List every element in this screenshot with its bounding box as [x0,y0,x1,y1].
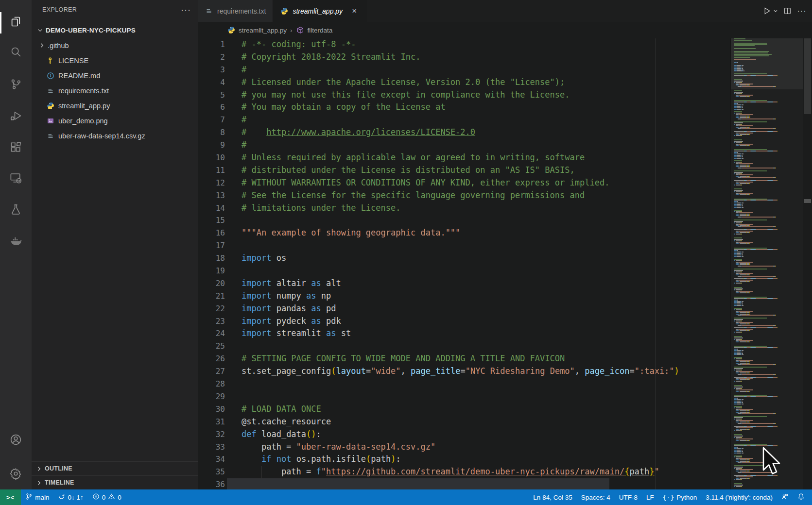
activity-bar [0,0,32,489]
minimap-viewport[interactable] [731,38,803,89]
line-content: # WITHOUT WARRANTIES OR CONDITIONS OF AN… [242,177,609,189]
line-number: 32 [198,428,225,441]
activity-accounts-icon[interactable] [0,427,32,452]
breadcrumb-file[interactable]: streamlit_app.py [239,27,287,34]
line-number: 12 [198,177,225,189]
status-label: 0↓ 1↑ [68,494,83,501]
breadcrumb-symbol[interactable]: filterdata [308,27,333,34]
activity-extensions-icon[interactable] [0,135,32,160]
activity-explorer-icon[interactable] [0,9,32,34]
section-timeline[interactable]: TIMELINE [32,475,198,489]
run-dropdown-chevron-icon[interactable] [772,5,779,17]
line-content: # You may obtain a copy of the License a… [242,101,446,114]
tree-file-streamlit-app-py[interactable]: streamlit_app.py [32,98,198,113]
code-line: 24import streamlit as st [198,327,732,340]
line-number: 11 [198,164,225,177]
line-content: # [242,139,246,152]
tab-streamlit-app-py[interactable]: streamlit_app.py× [273,0,366,22]
explorer-sidebar: EXPLORER ··· DEMO-UBER-NYC-PICKUPS .gith… [32,0,198,489]
line-content: # -*- coding: utf-8 -*- [242,38,356,51]
line-content: import altair as alt [242,277,341,290]
line-content: # limitations under the License. [242,202,401,215]
chevron-down-icon [35,26,44,35]
status-git-branch[interactable]: main [21,489,53,505]
tree-file-uber-demo-png[interactable]: uber_demo.png [32,113,198,128]
chevron-right-icon [35,478,43,487]
activity-testing-icon[interactable] [0,197,32,222]
tree-file-readme-md[interactable]: README.md [32,68,198,83]
tree-file-requirements-txt[interactable]: requirements.txt [32,83,198,98]
line-content: import pydeck as pdk [242,315,341,328]
line-content: # [242,64,246,76]
symbol-cube-icon [296,26,305,34]
line-number: 17 [198,239,225,252]
sync-icon [58,493,65,502]
explorer-more-actions-icon[interactable]: ··· [181,7,191,12]
python-file-icon [46,101,55,110]
status-label: 0 [102,494,106,501]
code-line: 23import pydeck as pdk [198,315,732,328]
status-indentation[interactable]: Spaces: 4 [577,489,615,505]
line-content: # http://www.apache.org/licenses/LICENSE… [242,126,475,139]
code-line: 32def load_data(): [198,428,732,441]
braces-icon: { }· [663,494,674,501]
file-label: .github [48,42,69,50]
code-editor[interactable]: 1# -*- coding: utf-8 -*-2# Copyright 201… [198,38,812,489]
file-label: LICENSE [58,57,88,65]
status-problems[interactable]: 00 [88,489,126,505]
code-line: 27st.set_page_config(layout="wide", page… [198,365,732,378]
tab-requirements-txt[interactable]: requirements.txt [198,0,273,22]
status-git-sync[interactable]: 0↓ 1↑ [53,489,87,505]
status-eol[interactable]: LF [642,489,658,505]
line-number: 20 [198,277,225,290]
minimap[interactable] [730,38,803,489]
tree-root-folder[interactable]: DEMO-UBER-NYC-PICKUPS [32,23,198,38]
status-bar: >< main0↓ 1↑00 Ln 84, Col 35Spaces: 4UTF… [0,489,812,505]
code-line: 36 [198,478,732,489]
tree-folder--github[interactable]: .github [32,38,198,53]
run-button[interactable] [760,5,773,17]
split-editor-button[interactable] [781,5,794,17]
status-cursor-position[interactable]: Ln 84, Col 35 [529,489,576,505]
remote-indicator[interactable]: >< [0,489,21,505]
code-line: 18import os [198,252,732,265]
activity-search-icon[interactable] [0,39,32,64]
editor-scrollbar[interactable] [803,38,812,489]
line-number: 34 [198,453,225,466]
section-label: OUTLINE [45,465,72,472]
activity-source-control-icon[interactable] [0,71,32,97]
text-file-icon [205,7,213,16]
status-encoding[interactable]: UTF-8 [615,489,642,505]
python-file-icon [227,26,236,34]
activity-docker-icon[interactable] [0,228,32,253]
code-line: 28 [198,378,732,390]
code-line: 17 [198,239,732,252]
text-file-icon [46,132,55,140]
branch-icon [25,493,33,502]
bell-icon [797,493,805,502]
activity-remote-explorer-icon[interactable] [0,165,32,190]
tree-file-license[interactable]: LICENSE [32,53,198,68]
status-language-mode[interactable]: { }·Python [658,489,702,505]
more-actions-button[interactable]: ··· [795,5,808,17]
line-content: # SETTING PAGE CONFIG TO WIDE MODE AND A… [242,353,565,365]
status-label: LF [646,494,654,501]
code-line: 2# Copyright 2018-2022 Streamlit Inc. [198,51,732,64]
tree-file-uber-raw-data-sep14-csv-gz[interactable]: uber-raw-data-sep14.csv.gz [32,128,198,143]
status-notifications[interactable] [793,489,809,505]
editor-tab-bar: requirements.txtstreamlit_app.py× [198,0,812,22]
line-number: 8 [198,126,225,139]
status-feedback[interactable] [777,489,793,505]
tab-close-icon[interactable]: × [349,6,359,16]
code-line: 19 [198,265,732,277]
section-outline[interactable]: OUTLINE [32,461,198,475]
activity-settings-icon[interactable] [0,461,32,486]
scrollbar-thumb[interactable] [804,38,811,114]
status-python-interpreter[interactable]: 3.11.4 ('nightly': conda) [701,489,777,505]
line-content: import numpy as np [242,290,331,303]
line-content: # See the License for the specific langu… [242,189,585,202]
line-number: 14 [198,202,225,215]
activity-run-debug-icon[interactable] [0,103,32,128]
code-line: 34 if not os.path.isfile(path): [198,453,732,466]
root-folder-label: DEMO-UBER-NYC-PICKUPS [46,27,136,34]
